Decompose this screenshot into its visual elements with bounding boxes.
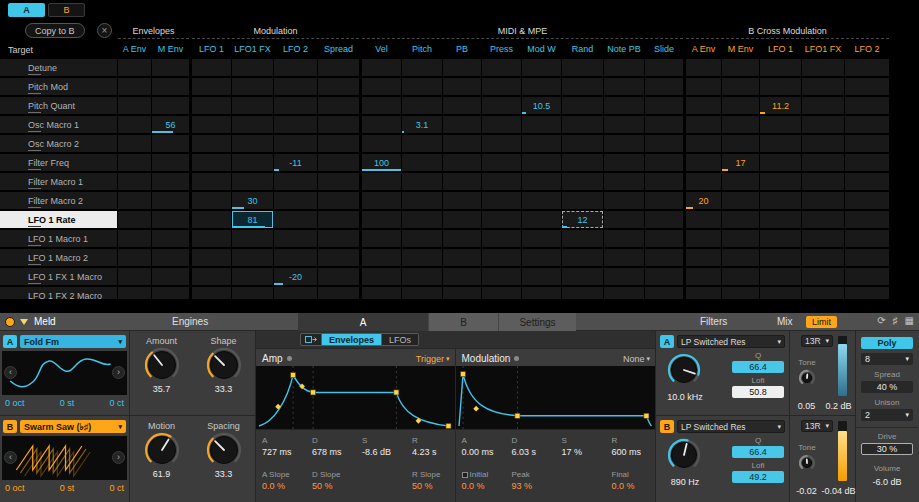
osc-b-engine-dropdown[interactable]: Swarm Saw (♭♯) <box>20 420 126 433</box>
matrix-cell[interactable] <box>318 78 359 95</box>
tab-b[interactable]: B <box>428 313 498 331</box>
matrix-cell[interactable] <box>118 230 151 247</box>
device-activator-led[interactable] <box>5 317 15 327</box>
matrix-cell[interactable] <box>722 287 759 299</box>
matrix-cell[interactable] <box>645 154 683 171</box>
matrix-row-label-pitch-quant[interactable]: Pitch Quant <box>0 97 117 114</box>
matrix-cell[interactable] <box>192 135 231 152</box>
matrix-cell[interactable] <box>802 135 844 152</box>
matrix-cell[interactable] <box>443 268 481 285</box>
matrix-cell[interactable] <box>274 211 317 228</box>
osc-b-semitone[interactable]: 0 st <box>60 483 75 493</box>
matrix-cell[interactable] <box>232 173 273 190</box>
matrix-cell[interactable] <box>362 78 401 95</box>
matrix-cell[interactable] <box>645 211 683 228</box>
matrix-row-label-detune[interactable]: Detune <box>0 59 117 76</box>
matrix-cell[interactable] <box>118 268 151 285</box>
spread-value[interactable]: 40 % <box>861 381 913 393</box>
matrix-cell[interactable] <box>443 154 481 171</box>
matrix-cell[interactable] <box>645 230 683 247</box>
matrix-col-pb[interactable]: PB <box>443 44 481 54</box>
matrix-cell[interactable] <box>118 154 151 171</box>
matrix-cell[interactable] <box>802 154 844 171</box>
osc-a-next-button[interactable]: › <box>112 366 125 379</box>
matrix-cell[interactable] <box>722 116 759 133</box>
close-matrix-icon[interactable]: × <box>97 23 112 38</box>
matrix-cell[interactable] <box>118 173 151 190</box>
matrix-cell[interactable] <box>722 78 759 95</box>
matrix-col-pitch[interactable]: Pitch <box>402 44 442 54</box>
matrix-cell[interactable] <box>482 97 521 114</box>
amp-d-slope-value[interactable]: 50 % <box>312 481 356 491</box>
matrix-cell[interactable] <box>604 287 644 299</box>
amount-knob[interactable] <box>143 346 181 384</box>
matrix-cell[interactable] <box>722 268 759 285</box>
matrix-cell[interactable] <box>362 97 401 114</box>
matrix-cell[interactable] <box>686 116 721 133</box>
matrix-cell[interactable] <box>686 268 721 285</box>
filter-b-freq-knob[interactable] <box>666 437 702 473</box>
matrix-cell[interactable] <box>443 97 481 114</box>
matrix-cell[interactable] <box>760 268 801 285</box>
matrix-cell[interactable] <box>192 192 231 209</box>
matrix-cell[interactable] <box>118 59 151 76</box>
matrix-cell[interactable] <box>845 59 889 76</box>
matrix-cell[interactable] <box>482 287 521 299</box>
matrix-cell[interactable] <box>604 135 644 152</box>
matrix-cell[interactable] <box>562 192 603 209</box>
matrix-row-label-lfo-1-fx-2-macro[interactable]: LFO 1 FX 2 Macro <box>0 287 117 299</box>
matrix-cell[interactable] <box>760 249 801 266</box>
mod-r-value[interactable]: 600 ms <box>612 447 656 457</box>
filter-a-tone-knob[interactable] <box>797 368 817 388</box>
matrix-cell[interactable] <box>443 173 481 190</box>
matrix-cell[interactable] <box>118 78 151 95</box>
matrix-cell[interactable] <box>722 249 759 266</box>
sharp-icon[interactable]: ♯ <box>893 315 898 326</box>
modulation-target-dropdown[interactable]: None <box>623 354 650 364</box>
filter-a-freq-value[interactable]: 10.0 kHz <box>656 392 714 402</box>
filter-a-level-value[interactable]: 0.2 dB <box>821 401 856 411</box>
matrix-cell[interactable] <box>686 59 721 76</box>
matrix-cell[interactable] <box>686 211 721 228</box>
shape-value[interactable]: 33.3 <box>215 384 233 394</box>
matrix-cell[interactable] <box>274 230 317 247</box>
matrix-cell[interactable] <box>522 287 561 299</box>
matrix-cell[interactable] <box>362 287 401 299</box>
matrix-cell[interactable] <box>802 268 844 285</box>
matrix-cell[interactable] <box>604 59 644 76</box>
matrix-cell[interactable] <box>645 135 683 152</box>
osc-b-prev-button[interactable]: ‹ <box>4 451 17 464</box>
matrix-col-lfo1-fx[interactable]: LFO1 FX <box>232 44 273 54</box>
matrix-row-label-osc-macro-2[interactable]: Osc Macro 2 <box>0 135 117 152</box>
matrix-cell[interactable] <box>522 116 561 133</box>
osc-a-prev-button[interactable]: ‹ <box>4 366 17 379</box>
envelope-handles[interactable] <box>460 372 648 419</box>
matrix-cell[interactable] <box>402 173 442 190</box>
matrix-cell[interactable] <box>318 154 359 171</box>
osc-a-cent[interactable]: 0 ct <box>109 398 124 408</box>
matrix-cell[interactable] <box>318 230 359 247</box>
matrix-cell[interactable] <box>604 154 644 171</box>
filter-b-tone-knob[interactable] <box>797 453 817 473</box>
osc-a-semitone[interactable]: 0 st <box>60 398 75 408</box>
matrix-cell[interactable] <box>760 135 801 152</box>
matrix-cell[interactable] <box>482 173 521 190</box>
matrix-cell[interactable] <box>274 173 317 190</box>
matrix-col-b-a-env[interactable]: A Env <box>686 44 721 54</box>
matrix-cell[interactable] <box>522 268 561 285</box>
modulation-envelope-graph[interactable] <box>456 366 656 429</box>
filter-b-variation-dropdown[interactable]: 13R <box>801 420 833 432</box>
matrix-cell[interactable] <box>562 249 603 266</box>
matrix-cell[interactable] <box>686 249 721 266</box>
matrix-cell[interactable] <box>118 135 151 152</box>
drive-value[interactable]: 30 % <box>861 443 913 455</box>
matrix-cell[interactable] <box>604 173 644 190</box>
matrix-cell[interactable] <box>232 78 273 95</box>
osc-b-cent[interactable]: 0 ct <box>109 483 124 493</box>
spacing-value[interactable]: 33.3 <box>215 469 233 479</box>
matrix-tab-a[interactable]: A <box>8 3 45 17</box>
matrix-cell[interactable] <box>562 268 603 285</box>
matrix-cell[interactable] <box>686 154 721 171</box>
matrix-cell[interactable] <box>760 211 801 228</box>
matrix-cell[interactable] <box>318 135 359 152</box>
